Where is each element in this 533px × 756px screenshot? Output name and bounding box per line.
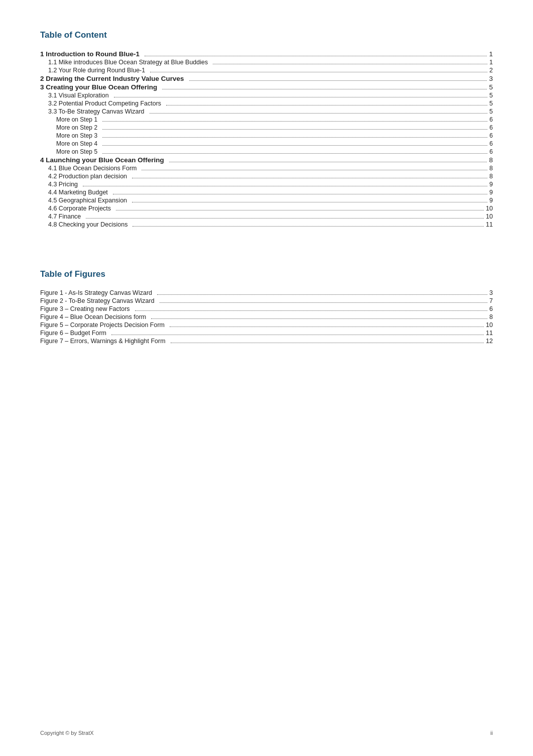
toc-item-toc-3-3-1: More on Step 1 6 bbox=[40, 116, 493, 123]
toc-item-toc-4-8: 4.8 Checking your Decisions 11 bbox=[40, 221, 493, 228]
toc-item-toc-3-2: 3.2 Potential Product Competing Factors … bbox=[40, 100, 493, 107]
toc-item-toc-3-3-4: More on Step 4 6 bbox=[40, 140, 493, 147]
toc-item-toc-1: 1 Introduction to Round Blue-1 1 bbox=[40, 50, 493, 58]
toc-item-toc-3-3-5: More on Step 5 6 bbox=[40, 148, 493, 155]
tof-item-tof-7: Figure 7 – Errors, Warnings & Highlight … bbox=[40, 338, 493, 345]
toc-item-toc-4: 4 Launching your Blue Ocean Offering 8 bbox=[40, 156, 493, 164]
tof-title: Table of Figures bbox=[40, 269, 493, 279]
toc-item-toc-3-3-2: More on Step 2 6 bbox=[40, 124, 493, 131]
tof-item-tof-3: Figure 3 – Creating new Factors 6 bbox=[40, 305, 493, 312]
tof-list: Figure 1 - As-Is Strategy Canvas Wizard … bbox=[40, 289, 493, 345]
tof-item-tof-6: Figure 6 – Budget Form 11 bbox=[40, 330, 493, 337]
toc-item-toc-1-2: 1.2 Your Role during Round Blue-1 2 bbox=[40, 67, 493, 74]
toc-item-toc-2: 2 Drawing the Current Industry Value Cur… bbox=[40, 75, 493, 82]
toc-item-toc-4-3: 4.3 Pricing 9 bbox=[40, 181, 493, 188]
toc-item-toc-1-1: 1.1 Mike introduces Blue Ocean Strategy … bbox=[40, 59, 493, 66]
toc-item-toc-3: 3 Creating your Blue Ocean Offering 5 bbox=[40, 83, 493, 91]
tof-item-tof-4: Figure 4 – Blue Ocean Decisions form 8 bbox=[40, 313, 493, 320]
footer: Copyright © by StratX ii bbox=[40, 730, 493, 736]
toc-title: Table of Content bbox=[40, 30, 493, 40]
toc-item-toc-4-4: 4.4 Marketing Budget 9 bbox=[40, 189, 493, 196]
toc-list: 1 Introduction to Round Blue-1 1 1.1 Mik… bbox=[40, 50, 493, 228]
toc-item-toc-4-5: 4.5 Geographical Expansion 9 bbox=[40, 197, 493, 204]
toc-item-toc-4-7: 4.7 Finance 10 bbox=[40, 213, 493, 220]
tof-item-tof-5: Figure 5 – Corporate Projects Decision F… bbox=[40, 321, 493, 329]
footer-page: ii bbox=[490, 730, 493, 736]
tof-item-tof-1: Figure 1 - As-Is Strategy Canvas Wizard … bbox=[40, 289, 493, 296]
toc-item-toc-3-1: 3.1 Visual Exploration 5 bbox=[40, 92, 493, 99]
toc-item-toc-4-1: 4.1 Blue Ocean Decisions Form 8 bbox=[40, 165, 493, 172]
toc-item-toc-3-3-3: More on Step 3 6 bbox=[40, 132, 493, 139]
toc-item-toc-3-3: 3.3 To-Be Strategy Canvas Wizard 5 bbox=[40, 108, 493, 115]
tof-item-tof-2: Figure 2 - To-Be Strategy Canvas Wizard … bbox=[40, 297, 493, 304]
footer-copyright: Copyright © by StratX bbox=[40, 730, 94, 736]
toc-item-toc-4-6: 4.6 Corporate Projects 10 bbox=[40, 205, 493, 212]
toc-item-toc-4-2: 4.2 Production plan decision 8 bbox=[40, 173, 493, 180]
